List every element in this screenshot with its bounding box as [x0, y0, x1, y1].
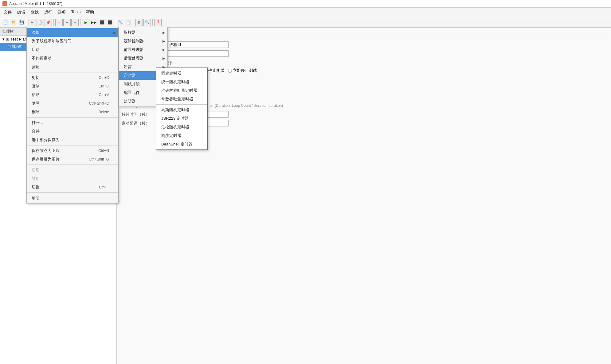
tree-thread-icon: ⊞ [7, 45, 11, 49]
toolbar-new[interactable]: 📄 [2, 19, 9, 26]
submenu-pre-processor[interactable]: 前置处理器 ▶ [119, 45, 167, 54]
timer-gaussian[interactable]: 高斯随机定时器 [156, 106, 207, 114]
sep-4 [27, 165, 118, 165]
name-row: 名称： [122, 41, 606, 48]
submenu-timer-list: 固定定时器 统一随机定时器 准确的吞吐量定时器 常数吞吐量定时器 高斯随机定时器… [156, 68, 208, 150]
title-bar: Apache JMeter (5.1.1 r1855137) [0, 0, 611, 8]
sep-3 [27, 145, 118, 145]
toolbar-start[interactable]: ▶ [82, 19, 89, 26]
menu-options[interactable]: 选项 [55, 9, 68, 16]
action-label: 在取样器错误后要执行的动作 [122, 60, 606, 66]
menu-item-merge[interactable]: 合并 [27, 127, 118, 136]
sep-1 [27, 72, 118, 72]
toolbar-save[interactable]: 💾 [18, 19, 25, 26]
toolbar-stop2[interactable]: ⬛ [106, 19, 113, 26]
toolbar-paste[interactable]: 📌 [45, 19, 52, 26]
timer-uniform-random[interactable]: 统一随机定时器 [156, 78, 207, 86]
menu-item-delete[interactable]: 删除 Delete [27, 108, 118, 116]
menu-item-validate[interactable]: 验证 [27, 63, 118, 71]
sep-2 [27, 117, 118, 118]
toolbar-open[interactable]: 📂 [10, 19, 17, 26]
context-menu: 添加 ▶ 为子线程添加响应时间 启动 不停顿启动 验证 剪切 Ctrl+X 复制… [26, 27, 119, 203]
menu-tools[interactable]: Tools [69, 9, 83, 16]
shortcut-save-screen-img: Ctrl+Shift+G [89, 157, 109, 161]
menu-item-start[interactable]: 启动 [27, 45, 118, 54]
menu-bar: 文件 编辑 查找 运行 选项 Tools 帮助 [0, 8, 611, 17]
menu-item-add[interactable]: 添加 ▶ [27, 28, 118, 37]
menu-item-save-node-img[interactable]: 保存节点为图片 Ctrl+G [27, 146, 118, 155]
menu-item-start-nopause[interactable]: 不停顿启动 [27, 54, 118, 63]
comment-row: 注释： [122, 50, 606, 57]
sep-5 [27, 192, 118, 193]
timer-beanshell[interactable]: BeanShell 定时器 [156, 140, 207, 149]
shortcut-paste: Ctrl+V [99, 93, 109, 97]
menu-item-toggle[interactable]: 切换 Ctrl+T [27, 183, 118, 192]
menu-find[interactable]: 查找 [28, 9, 41, 16]
toolbar-help[interactable]: ❓ [154, 19, 162, 26]
toolbar-template[interactable]: 📑 [125, 19, 132, 26]
timer-poisson[interactable]: 泊松随机定时器 [156, 123, 207, 131]
toolbar-copy[interactable]: 📋 [37, 19, 44, 26]
toolbar-clear[interactable]: 🗑 [135, 19, 143, 26]
app-icon [2, 1, 7, 6]
arrow-icon: ▶ [113, 31, 116, 35]
toolbar-prev[interactable]: ← [71, 19, 79, 26]
menu-help[interactable]: 帮助 [84, 9, 96, 16]
name-input[interactable] [167, 41, 229, 48]
toolbar-expand[interactable]: + [55, 19, 63, 26]
menu-item-add-response[interactable]: 为子线程添加响应时间 [27, 37, 118, 45]
toolbar-remote[interactable]: 🔧 [117, 19, 124, 26]
timer-fixed[interactable]: 固定定时器 [156, 69, 207, 78]
toolbar-search[interactable]: 🔍 [143, 19, 151, 26]
menu-file[interactable]: 文件 [1, 9, 14, 16]
arrow-sampler: ▶ [163, 31, 165, 35]
menu-item-help[interactable]: 帮助 [27, 194, 118, 202]
content-title: 线程组 [122, 31, 606, 38]
shortcut-delete: Delete [98, 110, 109, 114]
timer-precise-throughput[interactable]: 准确的吞吐量定时器 [156, 86, 207, 95]
menu-item-disable[interactable]: 禁用 [27, 174, 118, 183]
submenu-logic-controller[interactable]: 逻辑控制器 ▶ [119, 37, 167, 45]
arrow-logic: ▶ [163, 39, 165, 43]
timer-constant-throughput[interactable]: 常数吞吐量定时器 [156, 95, 207, 103]
toolbar-sep5 [134, 19, 134, 25]
arrow-post: ▶ [163, 56, 165, 60]
menu-item-save-selection[interactable]: 选中部分保存为... [27, 136, 118, 144]
toolbar-sep6 [152, 19, 153, 25]
comment-input[interactable] [167, 50, 229, 57]
toolbar-sep1 [27, 19, 27, 25]
shortcut-toggle: Ctrl+T [99, 185, 109, 189]
toolbar-stop[interactable]: ⬛ [98, 19, 105, 26]
shortcut-copy: Ctrl+C [99, 84, 109, 88]
radio-stop-now[interactable]: 立即停止测试 [228, 68, 257, 73]
toolbar-sep4 [115, 19, 115, 25]
menu-item-paste[interactable]: 粘贴 Ctrl+V [27, 91, 118, 99]
toolbar-sep3 [80, 19, 80, 25]
menu-item-enable[interactable]: 启用 [27, 166, 118, 174]
menu-item-copy[interactable]: 复制 Ctrl+C [27, 82, 118, 91]
toolbar-start-nopause[interactable]: ▶▶ [90, 19, 97, 26]
timer-sync[interactable]: 同步定时器 [156, 131, 207, 140]
tree-expand-icon: ▾ [2, 37, 5, 41]
shortcut-save-node-img: Ctrl+G [98, 149, 109, 153]
menu-edit[interactable]: 编辑 [15, 9, 28, 16]
toolbar-cut[interactable]: ✂ [29, 19, 36, 26]
submenu-post-processor[interactable]: 后置处理器 ▶ [119, 54, 167, 63]
tree-plan-icon: ⊞ [6, 37, 9, 41]
menu-item-save-screen-img[interactable]: 保存屏幕为图片 Ctrl+Shift+G [27, 155, 118, 164]
menu-run[interactable]: 运行 [42, 9, 55, 16]
timer-jsr223[interactable]: JSR223 定时器 [156, 114, 207, 123]
tree-plan-label: Test Plan [10, 37, 27, 41]
submenu-sampler[interactable]: 取样器 ▶ [119, 28, 167, 37]
timer-sep [156, 104, 207, 105]
toolbar-sep2 [53, 19, 54, 25]
tree-thread-label: 线程组 [12, 44, 24, 49]
menu-item-open[interactable]: 打开... [27, 118, 118, 127]
title-text: Apache JMeter (5.1.1 r1855137) [9, 2, 62, 6]
menu-item-cut[interactable]: 剪切 Ctrl+X [27, 73, 118, 82]
shortcut-cut: Ctrl+X [99, 76, 109, 80]
toolbar-collapse[interactable]: − [63, 19, 71, 26]
shortcut-duplicate: Ctrl+Shift+C [89, 101, 109, 106]
toolbar: 📄 📂 💾 ✂ 📋 📌 + − ← ▶ ▶▶ ⬛ ⬛ 🔧 📑 🗑 🔍 ❓ [0, 17, 611, 28]
menu-item-duplicate[interactable]: 复写 Ctrl+Shift+C [27, 99, 118, 108]
